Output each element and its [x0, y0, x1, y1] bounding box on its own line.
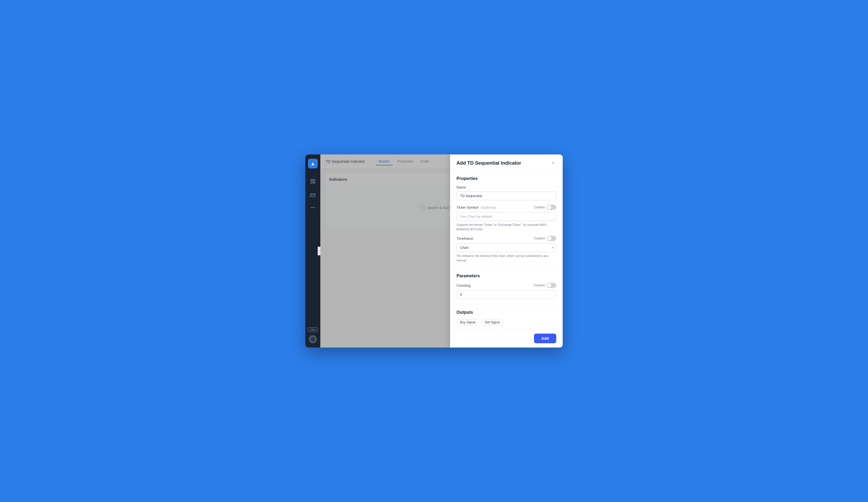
sidebar-item-dashboard[interactable] [309, 177, 317, 186]
name-input[interactable] [456, 192, 556, 200]
avatar[interactable]: 🌑 [309, 335, 317, 343]
counting-input[interactable] [456, 290, 556, 299]
ticker-hint: Supports the format "Ticker" or "Exchang… [456, 223, 556, 232]
ticker-custom-toggle[interactable] [547, 205, 556, 210]
svg-point-6 [311, 207, 312, 208]
ticker-custom-label: Custom [534, 205, 545, 209]
counting-custom-toggle[interactable] [547, 283, 556, 288]
counting-label: Counting [456, 284, 471, 287]
modal-close-button[interactable]: × [550, 160, 556, 166]
modal-header: Add TD Sequential Indicator × [450, 154, 563, 171]
ticker-optional-label: (Optional) [480, 205, 496, 209]
outputs-heading: Outputs [456, 310, 556, 315]
main-content: TD Sequential Indicator Builder Properti… [320, 154, 563, 348]
ticker-label-row: Ticker Symbol (Optional) Custom [456, 205, 556, 210]
timeframe-hint: The default is the interval of the chart… [456, 254, 556, 263]
timeframe-select[interactable]: Chart [456, 243, 556, 252]
modal-title: Add TD Sequential Indicator [456, 160, 521, 166]
name-label-row: Name [456, 185, 556, 189]
add-button[interactable]: Add [534, 334, 556, 343]
svg-rect-1 [313, 180, 315, 181]
parameters-heading: Parameters [456, 274, 556, 278]
timeframe-label: Timeframe [456, 236, 473, 240]
sidebar-item-payments[interactable] [309, 191, 317, 199]
timeframe-custom-toggle[interactable] [547, 236, 556, 241]
svg-point-8 [314, 207, 315, 208]
ticker-input[interactable] [456, 212, 556, 221]
counting-custom-label: Custom [534, 284, 545, 287]
svg-rect-4 [311, 194, 315, 197]
modal-body: Properties Name Ticker Symbol (Optional) [450, 171, 563, 329]
output-tag-sell-signal: Sell Signal [481, 319, 503, 326]
svg-rect-3 [313, 182, 315, 183]
sidebar-more[interactable] [310, 205, 316, 212]
modal-panel: Add TD Sequential Indicator × Properties… [450, 154, 563, 348]
timeframe-select-wrapper: Chart ▾ [456, 243, 556, 252]
name-label: Name [456, 185, 466, 189]
svg-point-7 [312, 207, 313, 208]
ultra-badge[interactable]: Ultra [308, 327, 317, 332]
properties-heading: Properties [456, 176, 556, 181]
outputs-row: Buy Signal Sell Signal [456, 319, 556, 326]
name-field-group: Name [456, 185, 556, 200]
timeframe-custom-toggle-row: Custom [534, 236, 556, 241]
timeframe-label-row: Timeframe Custom [456, 236, 556, 241]
section-divider-2 [456, 304, 556, 305]
output-tag-buy-signal: Buy Signal [456, 319, 479, 326]
ticker-label: Ticker Symbol [456, 205, 478, 209]
ticker-custom-toggle-row: Custom [534, 205, 556, 210]
app-logo[interactable]: ▲ [308, 159, 318, 168]
sidebar-bottom: Ultra 🌑 [308, 327, 317, 343]
sidebar-nav [309, 177, 317, 321]
timeframe-custom-label: Custom [534, 236, 545, 240]
counting-field-group: Counting Custom [456, 283, 556, 299]
svg-rect-0 [311, 180, 312, 181]
counting-label-row: Counting Custom [456, 283, 556, 288]
svg-rect-2 [311, 182, 312, 183]
modal-footer: Add [450, 329, 563, 348]
counting-custom-toggle-row: Custom [534, 283, 556, 288]
ticker-field-group: Ticker Symbol (Optional) Custom Supports… [456, 205, 556, 232]
timeframe-field-group: Timeframe Custom Chart ▾ The default is … [456, 236, 556, 263]
